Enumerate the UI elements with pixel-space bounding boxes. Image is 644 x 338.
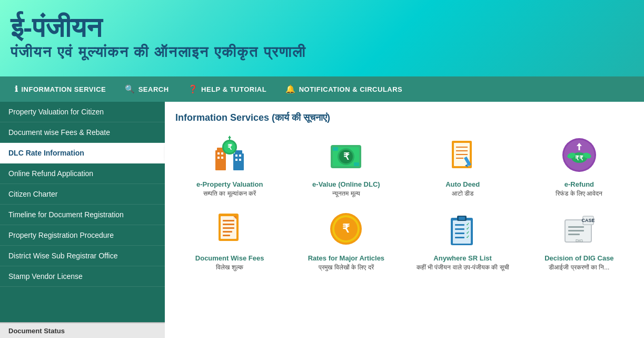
anywhere-sr-icon: ✓ ✓ ✓ ✓ (442, 208, 484, 250)
sidebar-item-timeline[interactable]: Timeline for Document Registration (0, 205, 165, 225)
sidebar-item-citizen-charter[interactable]: Citizen Charter (0, 184, 165, 205)
sidebar-label-refund: Online Refund Application (8, 169, 93, 178)
auto-deed-icon (442, 134, 484, 176)
svg-rect-46 (223, 235, 230, 236)
dig-case-icon: CASE DIG (558, 208, 600, 250)
svg-rect-43 (223, 224, 234, 225)
help-icon: ❓ (188, 84, 199, 94)
e-refund-icon: ₹₹ (558, 134, 600, 176)
sidebar-label-property-valuation: Property Valuation for Citizen (8, 108, 104, 116)
svg-marker-16 (228, 136, 231, 138)
header: ई-पंजीयन पंजीयन एवं मूल्यांकन की ऑनलाइन … (0, 0, 644, 76)
sidebar-item-district-office[interactable]: District Wise Sub Registrar Office (0, 246, 165, 266)
sidebar-item-stamp-vendor[interactable]: Stamp Vendor License (0, 266, 165, 287)
nav-notification-label: NOTIFICATION & CIRCULARS (299, 85, 403, 93)
svg-rect-45 (223, 231, 232, 233)
svg-rect-8 (235, 154, 237, 157)
sidebar-item-document-fees[interactable]: Document wise Fees & Rebate (0, 122, 165, 143)
svg-rect-3 (235, 150, 242, 154)
e-value-label-hi: न्यूनतम मूल्य (332, 190, 360, 197)
svg-text:✓: ✓ (466, 235, 470, 239)
nav-help[interactable]: ❓ HELP & TUTORIAL (179, 76, 276, 102)
svg-rect-4 (217, 152, 220, 154)
major-articles-label-hi: प्रमुख विलेखों के लिए दरें (319, 264, 373, 271)
site-title-sub: पंजीयन एवं मूल्यांकन की ऑनलाइन एकीकृत प्… (11, 44, 633, 61)
sidebar-label-stamp-vendor: Stamp Vendor License (8, 272, 83, 281)
svg-rect-70 (568, 230, 584, 231)
nav-help-label: HELP & TUTORIAL (201, 85, 266, 93)
info-icon: ℹ (15, 84, 18, 94)
svg-rect-22 (333, 147, 338, 151)
dig-case-label-en: Decision of DIG Case (544, 254, 613, 262)
svg-text:₹₹: ₹₹ (575, 154, 583, 162)
svg-rect-2 (233, 153, 244, 170)
sidebar-label-dlc-rate: DLC Rate Information (8, 149, 84, 157)
svg-text:DIG: DIG (576, 238, 583, 243)
document-status-bar: Document Status (0, 322, 165, 338)
e-value-icon: ₹ (325, 134, 367, 176)
nav-info[interactable]: ℹ INFORMATION SERVICE (5, 76, 115, 102)
svg-rect-11 (239, 159, 241, 161)
sidebar-item-refund[interactable]: Online Refund Application (0, 163, 165, 184)
service-card-major-articles[interactable]: ₹ Rates for Major Articles प्रमुख विलेखो… (292, 208, 400, 271)
svg-rect-23 (354, 162, 359, 166)
e-property-label-en: e-Property Valuation (196, 180, 263, 188)
svg-rect-71 (568, 234, 580, 235)
svg-rect-59 (455, 228, 464, 230)
document-status-label: Document Status (8, 327, 65, 335)
service-card-document-fees[interactable]: Document Wise Fees विलेख शुल्क (175, 208, 284, 271)
service-card-e-value[interactable]: ₹ e-Value (Online DLC) न्यूनतम मूल्य (292, 134, 400, 197)
notification-icon: 🔔 (285, 84, 296, 94)
dig-case-label-hi: डीआईजी प्रकरणों का नि... (549, 264, 609, 271)
svg-rect-63 (455, 237, 464, 238)
service-card-e-refund[interactable]: ₹₹ e-Refund रिफंड के लिए आवेदन (525, 134, 633, 197)
svg-rect-10 (235, 159, 237, 161)
sidebar-label-citizen-charter: Citizen Charter (8, 190, 57, 198)
svg-text:₹: ₹ (227, 143, 232, 151)
sidebar-item-dlc-rate[interactable]: DLC Rate Information (0, 143, 165, 163)
e-property-icon: ₹ (209, 134, 251, 176)
svg-text:₹: ₹ (342, 222, 350, 235)
svg-rect-7 (221, 157, 223, 159)
document-fees-label-en: Document Wise Fees (195, 254, 264, 262)
sidebar-dlc-container: DLC Rate Information DLC Rate Informatio… (0, 143, 165, 163)
svg-rect-5 (221, 152, 223, 154)
svg-text:₹: ₹ (343, 151, 350, 162)
document-fees-icon (209, 208, 251, 250)
svg-rect-6 (217, 157, 220, 159)
service-card-auto-deed[interactable]: Auto Deed आटो डीड (409, 134, 517, 197)
document-fees-label-hi: विलेख शुल्क (216, 264, 243, 271)
main-layout: Property Valuation for Citizen Document … (0, 102, 644, 338)
nav-search-label: SEARCH (138, 85, 169, 93)
svg-rect-44 (223, 227, 234, 229)
auto-deed-label-hi: आटो डीड (452, 190, 473, 197)
nav-notification[interactable]: 🔔 NOTIFICATION & CIRCULARS (276, 76, 412, 102)
sidebar: Property Valuation for Citizen Document … (0, 102, 165, 338)
svg-rect-61 (455, 233, 464, 234)
svg-rect-0 (215, 150, 226, 170)
e-refund-label-hi: रिफंड के लिए आवेदन (556, 190, 602, 197)
svg-rect-57 (455, 224, 464, 226)
svg-rect-42 (223, 220, 234, 221)
svg-text:CASE: CASE (581, 218, 595, 223)
anywhere-sr-label-en: Anywhere SR List (433, 254, 492, 262)
content-area: Information Services (कार्य की सूचनाएं) (165, 102, 644, 338)
content-title: Information Services (कार्य की सूचनाएं) (175, 112, 633, 123)
svg-rect-56 (459, 217, 465, 220)
sidebar-label-timeline: Timeline for Document Registration (8, 210, 124, 219)
nav-search[interactable]: 🔍 SEARCH (115, 76, 178, 102)
service-card-e-property-valuation[interactable]: ₹ e-Property Valuation सम्पति का मूल्यां… (175, 134, 284, 197)
anywhere-sr-label-hi: कहीं भी पंजीयन वाले उप-पंजीयक की सूची (417, 264, 509, 271)
sidebar-label-district-office: District Wise Sub Registrar Office (8, 252, 117, 260)
nav-info-label: INFORMATION SERVICE (22, 85, 106, 93)
service-grid: ₹ e-Property Valuation सम्पति का मूल्यां… (175, 134, 633, 271)
major-articles-label-en: Rates for Major Articles (308, 254, 384, 262)
svg-rect-69 (568, 226, 584, 228)
e-value-label-en: e-Value (Online DLC) (312, 180, 380, 188)
sidebar-label-registration-procedure: Property Registration Procedure (8, 231, 114, 239)
service-card-anywhere-sr[interactable]: ✓ ✓ ✓ ✓ Anywhere SR List कहीं भी पंजीयन … (409, 208, 517, 271)
sidebar-item-property-valuation[interactable]: Property Valuation for Citizen (0, 102, 165, 122)
service-card-dig-case[interactable]: CASE DIG Decision of DIG Case डीआईजी प्र… (525, 208, 633, 271)
e-property-label-hi: सम्पति का मूल्यांकन करें (203, 190, 256, 197)
sidebar-item-registration-procedure[interactable]: Property Registration Procedure (0, 225, 165, 246)
